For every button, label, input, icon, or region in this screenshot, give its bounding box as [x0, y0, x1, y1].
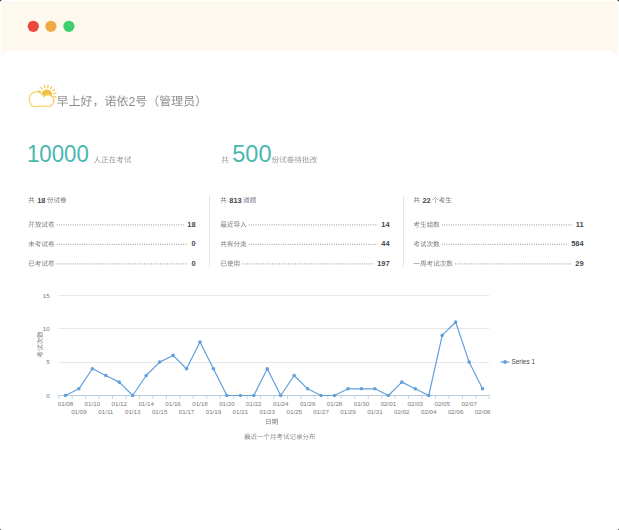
- svg-text:01/26: 01/26: [300, 400, 316, 407]
- svg-text:02/07: 02/07: [461, 400, 477, 407]
- svg-text:01/17: 01/17: [179, 408, 195, 415]
- svg-text:0: 0: [191, 239, 195, 248]
- svg-text:500: 500: [232, 141, 271, 167]
- svg-text:01/09: 01/09: [71, 408, 87, 415]
- svg-text:01/22: 01/22: [246, 400, 262, 407]
- svg-text:01/27: 01/27: [313, 408, 329, 415]
- svg-text:01/10: 01/10: [85, 400, 101, 407]
- svg-text:01/13: 01/13: [125, 408, 141, 415]
- svg-text:01/30: 01/30: [354, 400, 370, 407]
- svg-text:01/18: 01/18: [192, 400, 208, 407]
- svg-text:01/16: 01/16: [165, 400, 181, 407]
- svg-text:02/04: 02/04: [421, 408, 437, 415]
- svg-text:02/05: 02/05: [434, 400, 450, 407]
- svg-text:01/12: 01/12: [112, 400, 128, 407]
- svg-text:02/02: 02/02: [394, 408, 410, 415]
- svg-text:10000: 10000: [27, 141, 89, 168]
- svg-text:Series 1: Series 1: [512, 358, 536, 365]
- svg-text:11: 11: [576, 220, 584, 229]
- svg-text:01/24: 01/24: [273, 400, 289, 407]
- svg-text:14: 14: [381, 220, 390, 229]
- svg-text:22: 22: [422, 196, 430, 205]
- svg-text:01/28: 01/28: [327, 400, 343, 407]
- svg-text:02/06: 02/06: [448, 408, 464, 415]
- svg-text:01/21: 01/21: [233, 408, 249, 415]
- svg-text:01/20: 01/20: [219, 400, 235, 407]
- svg-text:584: 584: [571, 239, 584, 248]
- svg-text:44: 44: [381, 239, 390, 248]
- svg-text:01/31: 01/31: [367, 408, 383, 415]
- svg-text:2: 2: [129, 95, 136, 109]
- svg-text:01/19: 01/19: [206, 408, 222, 415]
- svg-text:01/08: 01/08: [58, 400, 74, 407]
- svg-text:18: 18: [187, 220, 195, 229]
- svg-text:01/15: 01/15: [152, 408, 168, 415]
- svg-text:15: 15: [43, 292, 50, 299]
- svg-text:5: 5: [46, 358, 50, 365]
- svg-text:29: 29: [575, 259, 583, 268]
- svg-text:01/29: 01/29: [340, 408, 356, 415]
- svg-text:01/14: 01/14: [138, 400, 154, 407]
- svg-text:02/08: 02/08: [475, 408, 491, 415]
- svg-text:01/25: 01/25: [286, 408, 302, 415]
- svg-text:197: 197: [377, 259, 389, 268]
- svg-text:0: 0: [46, 392, 50, 399]
- svg-text:18: 18: [37, 196, 45, 205]
- svg-text:01/11: 01/11: [98, 408, 114, 415]
- svg-text:0: 0: [191, 259, 195, 268]
- svg-text:10: 10: [43, 325, 50, 332]
- svg-text:813: 813: [229, 196, 241, 205]
- svg-text:02/01: 02/01: [381, 400, 397, 407]
- svg-text:02/03: 02/03: [408, 400, 424, 407]
- svg-text:01/23: 01/23: [260, 408, 276, 415]
